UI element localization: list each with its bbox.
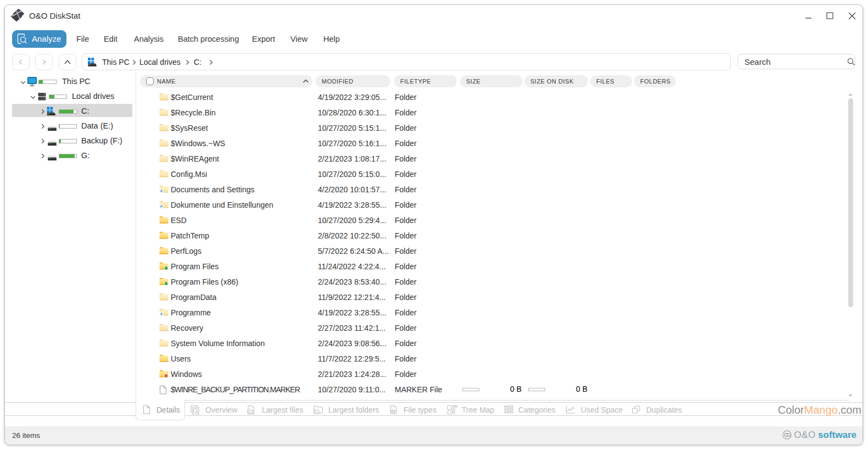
svg-text:XL: XL [315,410,319,414]
svg-text:XL: XL [248,410,253,414]
